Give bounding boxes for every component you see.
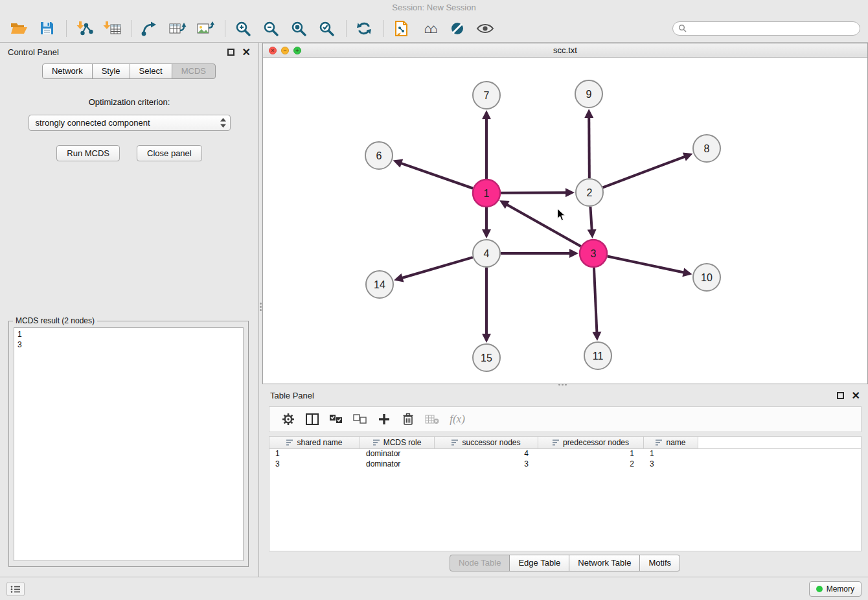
import-network-button[interactable] <box>73 17 95 40</box>
table-panel: Table Panel ✕ <box>262 386 868 577</box>
function-builder-button[interactable]: f(x) <box>446 410 466 429</box>
graph-node-label: 2 <box>587 187 593 198</box>
apply-style-button[interactable] <box>446 17 468 40</box>
float-table-panel-icon[interactable] <box>837 392 844 399</box>
zoom-selected-button[interactable] <box>315 17 337 40</box>
show-hide-button[interactable] <box>474 17 496 40</box>
tab-style[interactable]: Style <box>92 63 130 79</box>
cell-name[interactable]: 1 <box>644 449 698 459</box>
graph-node-9[interactable]: 9 <box>575 80 602 108</box>
run-mcds-button[interactable]: Run MCDS <box>56 145 120 161</box>
graph-edge-2-3[interactable] <box>590 207 591 231</box>
float-panel-icon[interactable] <box>227 49 234 56</box>
new-table-button[interactable] <box>166 17 188 40</box>
zoom-fit-icon <box>290 20 307 37</box>
tab-network[interactable]: Network <box>42 63 93 79</box>
graph-edge-3-1[interactable] <box>506 204 580 246</box>
graph-node-6[interactable]: 6 <box>365 142 393 169</box>
deselect-all-icon <box>353 414 367 424</box>
add-row-button[interactable] <box>374 410 394 429</box>
houses-button[interactable]: ⌂⌂ <box>418 17 440 40</box>
graph-edge-2-9[interactable] <box>589 117 589 178</box>
mcds-result-list[interactable]: 1 3 <box>14 327 244 561</box>
column-sort-icon <box>553 439 560 446</box>
window-close-icon[interactable]: × <box>269 47 277 54</box>
column-header-mcds-role[interactable]: MCDS role <box>360 437 435 448</box>
search-input[interactable] <box>691 24 854 33</box>
cell-mcds-role[interactable]: dominator <box>360 459 435 470</box>
tab-network-table[interactable]: Network Table <box>569 555 640 571</box>
column-header-predecessor-nodes[interactable]: predecessor nodes <box>538 437 644 448</box>
graph-edge-1-2[interactable] <box>501 192 567 193</box>
graph-edge-3-10[interactable] <box>608 257 685 273</box>
memory-button[interactable]: Memory <box>809 581 862 597</box>
cell-mcds-role[interactable]: dominator <box>360 449 435 459</box>
graph-edge-2-8[interactable] <box>603 156 686 187</box>
fx-icon: f(x) <box>450 413 465 426</box>
cell-successor-nodes[interactable]: 4 <box>435 449 538 459</box>
graph-edge-1-6[interactable] <box>400 163 473 189</box>
deselect-all-button[interactable] <box>350 410 370 429</box>
cell-predecessor-nodes[interactable]: 2 <box>538 459 644 470</box>
tab-edge-table[interactable]: Edge Table <box>509 555 569 571</box>
zoom-out-button[interactable] <box>260 17 282 40</box>
tab-select[interactable]: Select <box>130 63 172 79</box>
graph-node-2[interactable]: 2 <box>576 179 603 206</box>
column-header-shared-name[interactable]: shared name <box>269 437 360 448</box>
graph-node-15[interactable]: 15 <box>473 344 500 371</box>
cell-predecessor-nodes[interactable]: 1 <box>538 449 644 459</box>
save-session-button[interactable] <box>36 17 58 40</box>
cell-successor-nodes[interactable]: 3 <box>435 459 538 470</box>
graph-node-4[interactable]: 4 <box>473 240 500 267</box>
graph-node-3[interactable]: 3 <box>580 240 607 267</box>
refresh-layout-button[interactable] <box>353 17 375 40</box>
graph-node-7[interactable]: 7 <box>473 82 500 109</box>
graph-edge-4-14[interactable] <box>402 257 473 278</box>
close-panel-icon[interactable]: ✕ <box>242 49 251 56</box>
tab-motifs[interactable]: Motifs <box>639 555 680 571</box>
optimization-criterion-label: Optimization criterion: <box>0 97 258 107</box>
criterion-dropdown[interactable]: strongly connected component <box>29 115 231 131</box>
delete-row-button[interactable] <box>398 410 418 429</box>
column-header-successor-nodes[interactable]: successor nodes <box>435 437 538 448</box>
new-network-button[interactable] <box>139 17 161 40</box>
graph-node-8[interactable]: 8 <box>693 135 720 162</box>
global-search[interactable] <box>672 21 860 36</box>
delete-table-button[interactable] <box>422 410 442 429</box>
zoom-fit-button[interactable] <box>288 17 310 40</box>
table-toolbar: f(x) <box>269 406 862 432</box>
tab-node-table[interactable]: Node Table <box>450 555 510 571</box>
graph-node-10[interactable]: 10 <box>693 264 720 291</box>
column-header-name[interactable]: name <box>644 437 698 448</box>
close-table-panel-icon[interactable]: ✕ <box>852 392 860 399</box>
export-image-button[interactable] <box>194 17 216 40</box>
window-minimize-icon[interactable]: − <box>281 47 289 54</box>
tab-mcds[interactable]: MCDS <box>172 63 216 79</box>
show-columns-button[interactable] <box>303 410 322 429</box>
graph-node-14[interactable]: 14 <box>366 271 393 298</box>
graph-node-1[interactable]: 1 <box>473 179 500 207</box>
graph-edge-arrow-1-6 <box>393 159 404 168</box>
mcds-result-line: 3 <box>17 340 240 350</box>
open-file-button[interactable] <box>8 17 30 40</box>
houses-icon: ⌂⌂ <box>424 21 435 36</box>
graph-edge-3-11[interactable] <box>594 268 597 333</box>
select-all-button[interactable] <box>326 410 346 429</box>
node-table: shared name MCDS role successor nodes pr… <box>269 436 862 551</box>
close-panel-button[interactable]: Close panel <box>137 145 202 161</box>
status-menu-button[interactable] <box>6 582 25 596</box>
import-table-button[interactable] <box>101 17 123 40</box>
control-panel-title: Control Panel <box>8 47 59 57</box>
table-row[interactable]: 3 dominator 3 2 3 <box>269 459 861 470</box>
cell-shared-name[interactable]: 1 <box>269 449 360 459</box>
import-network-icon <box>75 21 93 36</box>
cell-name[interactable]: 3 <box>644 459 698 470</box>
graph-node-11[interactable]: 11 <box>584 342 611 369</box>
window-zoom-icon[interactable]: + <box>293 47 301 54</box>
clone-network-button[interactable] <box>391 17 413 40</box>
mcds-result-line: 1 <box>17 329 240 340</box>
zoom-in-button[interactable] <box>232 17 254 40</box>
cell-shared-name[interactable]: 3 <box>269 459 360 470</box>
table-row[interactable]: 1 dominator 4 1 1 <box>269 449 861 459</box>
table-settings-button[interactable] <box>279 410 298 429</box>
